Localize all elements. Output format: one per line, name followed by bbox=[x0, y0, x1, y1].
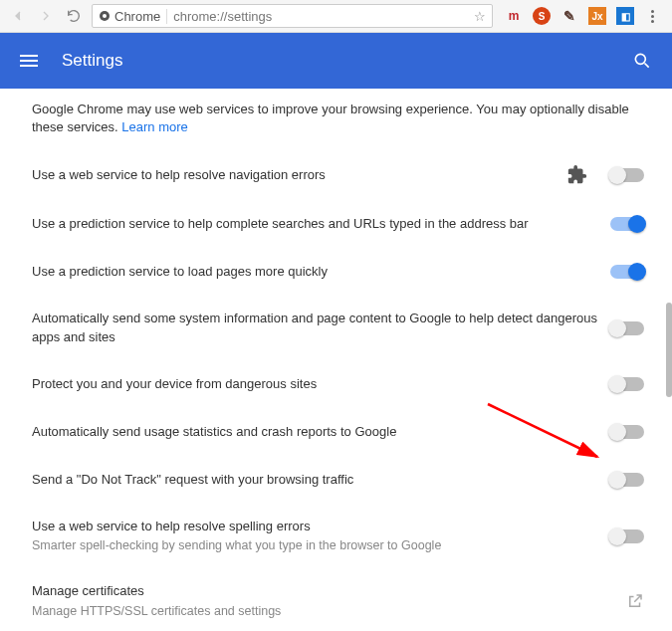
row-label: Automatically send usage statistics and … bbox=[32, 423, 610, 441]
ext-icon-circle[interactable]: S bbox=[533, 7, 551, 25]
url-text: chrome://settings bbox=[173, 9, 468, 24]
row-label: Manage certificates bbox=[32, 582, 626, 600]
row-label: Send a "Do Not Track" request with your … bbox=[32, 471, 610, 489]
bookmark-star-icon[interactable]: ☆ bbox=[474, 9, 486, 24]
learn-more-link[interactable]: Learn more bbox=[121, 119, 187, 134]
row-label: Use a prediction service to help complet… bbox=[32, 215, 610, 233]
toggle-nav-errors[interactable] bbox=[610, 168, 644, 182]
row-certificates[interactable]: Manage certificates Manage HTTPS/SSL cer… bbox=[22, 568, 654, 631]
row-usage-stats: Automatically send usage statistics and … bbox=[22, 408, 654, 456]
site-chip: Chrome bbox=[99, 9, 167, 24]
toggle-send-system-info[interactable] bbox=[610, 321, 644, 335]
site-chip-label: Chrome bbox=[114, 9, 160, 24]
row-sublabel: Smarter spell-checking by sending what y… bbox=[32, 537, 610, 555]
back-button[interactable] bbox=[8, 6, 28, 26]
row-send-system-info: Automatically send some system informati… bbox=[22, 296, 654, 359]
svg-point-2 bbox=[635, 54, 645, 64]
menu-button[interactable] bbox=[20, 55, 38, 67]
extension-puzzle-icon[interactable] bbox=[566, 164, 588, 186]
ext-icon-m[interactable]: m bbox=[505, 7, 523, 25]
browser-toolbar: Chrome chrome://settings ☆ m S ✎ Jx ◧ bbox=[0, 0, 672, 33]
row-prediction-search: Use a prediction service to help complet… bbox=[22, 200, 654, 248]
row-label: Automatically send some system informati… bbox=[32, 310, 610, 345]
page-title: Settings bbox=[62, 51, 608, 71]
intro-text: Google Chrome may use web services to im… bbox=[22, 89, 654, 150]
row-label: Use a web service to help resolve naviga… bbox=[32, 166, 566, 184]
svg-point-1 bbox=[103, 14, 107, 18]
ext-icon-brush[interactable]: ✎ bbox=[560, 7, 578, 25]
reload-button[interactable] bbox=[64, 6, 84, 26]
scrollbar-thumb[interactable] bbox=[666, 303, 672, 397]
row-label: Protect you and your device from dangero… bbox=[32, 375, 610, 393]
row-sublabel: Manage HTTPS/SSL certificates and settin… bbox=[32, 603, 626, 621]
browser-menu-button[interactable] bbox=[644, 8, 660, 24]
open-external-icon bbox=[626, 592, 644, 610]
toggle-usage-stats[interactable] bbox=[610, 425, 644, 439]
settings-header: Settings bbox=[0, 33, 672, 89]
row-label: Use a web service to help resolve spelli… bbox=[32, 518, 610, 535]
omnibox[interactable]: Chrome chrome://settings ☆ bbox=[92, 4, 493, 28]
extension-icons: m S ✎ Jx ◧ bbox=[501, 7, 664, 25]
row-label: Use a prediction service to load pages m… bbox=[32, 263, 610, 281]
row-do-not-track: Send a "Do Not Track" request with your … bbox=[22, 456, 654, 504]
svg-line-3 bbox=[645, 64, 649, 68]
toggle-prediction-search[interactable] bbox=[610, 217, 644, 231]
toggle-safe-browsing[interactable] bbox=[610, 377, 644, 391]
toggle-prediction-load[interactable] bbox=[610, 265, 644, 279]
row-prediction-load: Use a prediction service to load pages m… bbox=[22, 248, 654, 296]
forward-button[interactable] bbox=[36, 6, 56, 26]
search-icon[interactable] bbox=[632, 51, 652, 71]
toggle-spelling[interactable] bbox=[610, 529, 644, 543]
ext-icon-jx[interactable]: Jx bbox=[588, 7, 606, 25]
row-nav-errors: Use a web service to help resolve naviga… bbox=[22, 150, 654, 200]
row-safe-browsing: Protect you and your device from dangero… bbox=[22, 360, 654, 408]
toggle-do-not-track[interactable] bbox=[610, 473, 644, 487]
settings-content: Google Chrome may use web services to im… bbox=[0, 89, 672, 631]
row-spelling: Use a web service to help resolve spelli… bbox=[22, 504, 654, 569]
ext-icon-square[interactable]: ◧ bbox=[616, 7, 634, 25]
